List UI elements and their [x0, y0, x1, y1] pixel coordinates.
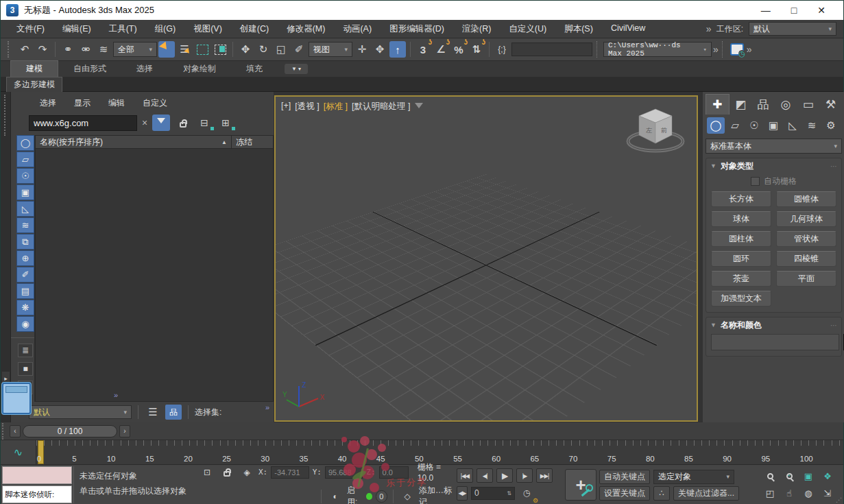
listener-script-row[interactable]: 脚本迷你侦听: [2, 485, 72, 503]
autobackup-save-button[interactable] [729, 41, 745, 58]
primitive-button[interactable]: 四棱锥 [776, 251, 836, 267]
explorer-filter-toggle[interactable]: ▱ [16, 152, 34, 167]
select-and-move-button[interactable]: ✥ [237, 41, 254, 58]
explorer-list-body[interactable] [35, 149, 274, 402]
workspace-dropdown[interactable]: 默认 ▾ [749, 22, 836, 36]
explorer-scroll-chevron[interactable]: » [114, 391, 118, 399]
spinner-snap-button[interactable]: ⇅ [468, 41, 485, 58]
menu-item[interactable]: 工具(T) [100, 23, 146, 35]
see-through-cube-icon[interactable]: ◇ [399, 488, 415, 504]
category-shapes-button[interactable]: ▱ [726, 117, 744, 134]
explorer-menu-item[interactable]: 显示 [74, 97, 91, 109]
menu-item[interactable]: 视图(V) [184, 23, 231, 35]
ribbon-tab[interactable]: 自由形式 [58, 61, 121, 77]
explorer-filter-toggle[interactable]: ✐ [16, 267, 34, 283]
undo-button[interactable]: ↶ [16, 41, 33, 58]
previous-frame-button[interactable]: ◀| [477, 468, 493, 483]
project-folder-dropdown[interactable]: C:\Users\ww···ds Max 2025 ▾ [603, 42, 712, 57]
explorer-menu-item[interactable]: 编辑 [108, 97, 125, 109]
window-resize-grip[interactable]: ⋰ [836, 496, 842, 503]
primitive-button[interactable]: 圆柱体 [711, 231, 771, 247]
filter-button[interactable] [152, 115, 170, 131]
selection-lock-icon[interactable] [219, 464, 235, 481]
isolate-toggle-icon[interactable]: ◐ [327, 488, 343, 504]
spinner-arrows-icon[interactable]: ⇅ [507, 490, 511, 496]
tab-hierarchy[interactable]: 品 [752, 94, 775, 115]
category-systems-button[interactable]: ⚙ [822, 117, 840, 134]
snap-toggle-3d-button[interactable]: 3 [415, 41, 431, 58]
zoom-extents-all-button[interactable]: ❖ [819, 468, 836, 484]
zoom-extents-button[interactable]: ▣ [799, 468, 817, 484]
isolate-selection-icon[interactable]: ⊡ [199, 464, 215, 481]
menu-item[interactable]: 创建(C) [231, 23, 278, 35]
ribbon-tab[interactable]: 填充 [231, 61, 278, 77]
explorer-filter-toggle[interactable]: ◉ [16, 316, 34, 332]
ribbon-tab[interactable]: 对象绘制 [168, 61, 231, 77]
rectangular-selection-region-button[interactable] [194, 41, 210, 58]
autogrid-checkbox[interactable] [751, 177, 760, 186]
tab-modify[interactable]: ◩ [730, 94, 752, 115]
use-pivot-center-button[interactable]: ✥ [372, 41, 388, 58]
per-view-filter-icon[interactable] [415, 103, 423, 112]
explorer-filter-toggle[interactable]: ≋ [16, 217, 34, 233]
y-coordinate-field[interactable]: 95.688 [325, 466, 363, 479]
primitive-button[interactable]: 茶壶 [711, 271, 771, 287]
menu-overflow-icon[interactable]: » [706, 23, 711, 34]
toolbar-grip[interactable] [8, 41, 11, 58]
primitive-button[interactable]: 圆环 [711, 251, 771, 267]
explorer-filter-toggle[interactable]: ⊕ [16, 250, 34, 266]
category-helpers-button[interactable]: ◺ [784, 117, 801, 134]
clear-search-icon[interactable]: × [142, 117, 147, 128]
perspective-viewport[interactable]: [+] [透视 ] [标准 ] [默认明暗处理 ] 左 前 X Y [274, 95, 698, 422]
primitive-button[interactable]: 管状体 [776, 231, 836, 247]
select-and-link-button[interactable]: ⚭ [60, 41, 76, 58]
listener-macro-row[interactable] [2, 466, 72, 484]
explorer-menu-item[interactable]: 自定义 [143, 97, 167, 109]
viewport-pov-label[interactable]: [透视 ] [295, 101, 319, 112]
explorer-filter-toggle[interactable]: ☉ [16, 168, 34, 184]
tab-display[interactable]: ▭ [797, 94, 819, 115]
time-slider-handle[interactable]: 0 / 100 [23, 425, 117, 437]
explorer-filter-toggle[interactable]: ◺ [16, 201, 34, 217]
use-center-button[interactable]: ✛ [354, 41, 370, 58]
zero-weight-button[interactable]: 0 [376, 490, 387, 503]
orbit-button[interactable]: ◍ [799, 485, 817, 501]
explorer-bottom-chevron[interactable]: » [265, 403, 269, 411]
viewport-preset-label[interactable]: [标准 ] [324, 101, 348, 112]
x-coordinate-field[interactable]: -34.731 [271, 466, 309, 479]
mini-curve-editor-button[interactable]: ∿ [1, 440, 36, 464]
current-frame-field[interactable]: 0 ⇅ [471, 487, 515, 500]
ribbon-minimize-button[interactable]: ▼ ▾ [285, 64, 308, 74]
toolbar-overflow-icon-2[interactable]: » [747, 44, 751, 55]
selection-filter-dropdown[interactable]: 全部 ▾ [113, 42, 157, 57]
category-geometry-button[interactable]: ◯ [707, 117, 725, 134]
next-frame-button[interactable]: › [119, 425, 130, 437]
reference-coordinate-dropdown[interactable]: 视图 ▾ [309, 42, 352, 57]
category-spacewarps-button[interactable]: ≋ [803, 117, 821, 134]
zoom-all-button[interactable] [780, 468, 798, 484]
redo-button[interactable]: ↷ [34, 41, 51, 58]
layer-dropdown[interactable]: 默认 ▾ [29, 405, 132, 419]
tab-motion[interactable]: ◎ [774, 94, 797, 115]
select-by-name-button[interactable]: ☰ [176, 41, 193, 58]
object-name-input[interactable] [711, 334, 839, 350]
category-lights-button[interactable]: ☉ [745, 117, 763, 134]
select-and-rotate-button[interactable]: ↻ [255, 41, 272, 58]
previous-frame-button[interactable]: ‹ [10, 425, 21, 437]
primitive-button[interactable]: 圆锥体 [776, 191, 836, 207]
set-keys-button[interactable]: + [565, 469, 596, 501]
go-to-start-button[interactable]: |◀◀ [457, 468, 473, 483]
z-coordinate-field[interactable]: 0.0 [379, 466, 409, 479]
viewport-shading-label[interactable]: [默认明暗处理 ] [352, 101, 410, 112]
lock-explorer-button[interactable] [175, 115, 191, 131]
menu-item[interactable]: 修改器(M) [278, 23, 334, 35]
percent-snap-button[interactable]: % [450, 41, 467, 58]
explorer-filter-toggle[interactable]: ▣ [16, 184, 34, 200]
explorer-filter-toggle[interactable]: ▤ [16, 283, 34, 299]
name-color-rollout-header[interactable]: ▼ 名称和颜色 ⋯ [706, 317, 841, 333]
add-time-tag[interactable]: 添加…标记 [419, 485, 454, 504]
play-button[interactable]: ▶ [496, 468, 513, 483]
viewport-general-menu[interactable]: [+] [281, 101, 291, 112]
pan-hand-button[interactable]: ☝ [780, 485, 798, 501]
explorer-menu-item[interactable]: 选择 [40, 97, 56, 109]
